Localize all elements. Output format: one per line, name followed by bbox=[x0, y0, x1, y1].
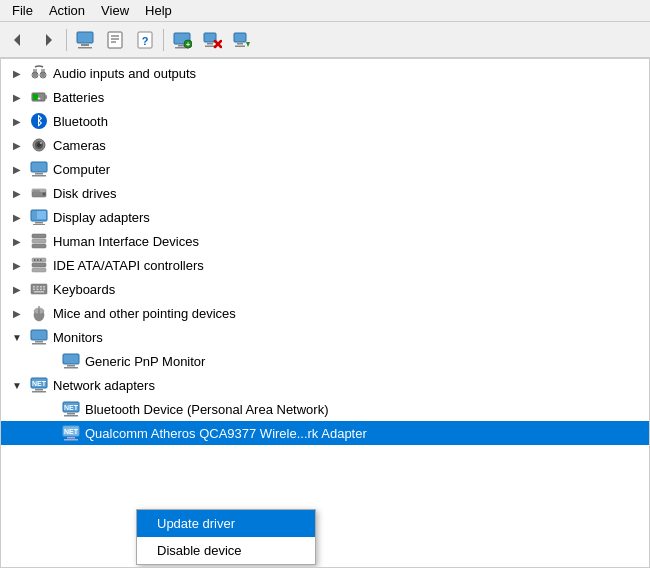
svg-rect-81 bbox=[64, 367, 78, 369]
chevron-hid: ▶ bbox=[9, 233, 25, 249]
tree-label-generic-monitor: Generic PnP Monitor bbox=[85, 354, 205, 369]
chevron-audio: ▶ bbox=[9, 65, 25, 81]
help-button[interactable]: ? bbox=[131, 26, 159, 54]
chevron-cameras: ▶ bbox=[9, 137, 25, 153]
monitor-button[interactable]: + bbox=[168, 26, 196, 54]
context-menu-update-driver[interactable]: Update driver bbox=[137, 510, 315, 537]
tree-item-batteries[interactable]: ▶ + Batteries bbox=[1, 85, 649, 109]
svg-rect-79 bbox=[63, 354, 79, 364]
toolbar-sep-1 bbox=[66, 29, 67, 51]
svg-rect-4 bbox=[78, 47, 92, 49]
tree-label-audio: Audio inputs and outputs bbox=[53, 66, 196, 81]
menu-bar: File Action View Help bbox=[0, 0, 650, 22]
svg-rect-80 bbox=[67, 365, 75, 367]
chevron-mice: ▶ bbox=[9, 305, 25, 321]
update-driver-toolbar-button[interactable] bbox=[228, 26, 256, 54]
mouse-icon bbox=[29, 303, 49, 323]
svg-rect-57 bbox=[32, 263, 46, 267]
remove-button[interactable] bbox=[198, 26, 226, 54]
chevron-bluetooth: ▶ bbox=[9, 113, 25, 129]
tree-item-disk[interactable]: ▶ Disk drives bbox=[1, 181, 649, 205]
device-tree[interactable]: ▶ Audio inputs and outputs ▶ bbox=[1, 59, 649, 567]
tree-item-bluetooth-device[interactable]: ▶ NET Bluetooth Device (Personal Area Ne… bbox=[1, 397, 649, 421]
svg-rect-60 bbox=[37, 259, 39, 261]
keyboard-icon bbox=[29, 279, 49, 299]
svg-rect-65 bbox=[40, 286, 42, 288]
tree-item-monitors[interactable]: ▼ Monitors bbox=[1, 325, 649, 349]
menu-help[interactable]: Help bbox=[137, 1, 180, 20]
tree-item-audio[interactable]: ▶ Audio inputs and outputs bbox=[1, 61, 649, 85]
svg-rect-61 bbox=[40, 259, 42, 261]
tree-item-network[interactable]: ▼ NET Network adapters bbox=[1, 373, 649, 397]
tree-item-bluetooth[interactable]: ▶ ᛒ Bluetooth bbox=[1, 109, 649, 133]
svg-text:NET: NET bbox=[64, 404, 79, 411]
toolbar-sep-2 bbox=[163, 29, 164, 51]
network-icon: NET bbox=[29, 375, 49, 395]
svg-rect-76 bbox=[31, 330, 47, 340]
back-button[interactable] bbox=[4, 26, 32, 54]
svg-rect-54 bbox=[32, 239, 46, 243]
bluetooth-icon: ᛒ bbox=[29, 111, 49, 131]
generic-monitor-icon bbox=[61, 351, 81, 371]
tree-item-mice[interactable]: ▶ Mice and other pointing devices bbox=[1, 301, 649, 325]
bt-device-icon: NET bbox=[61, 399, 81, 419]
svg-text:ᛒ: ᛒ bbox=[36, 114, 43, 128]
svg-rect-78 bbox=[32, 343, 46, 345]
tree-item-keyboards[interactable]: ▶ Keyboards bbox=[1, 277, 649, 301]
svg-rect-43 bbox=[32, 175, 46, 177]
tree-item-computer[interactable]: ▶ Computer bbox=[1, 157, 649, 181]
tree-item-hid[interactable]: ▶ Human Interface Devices bbox=[1, 229, 649, 253]
svg-rect-84 bbox=[32, 391, 46, 393]
main-area: ▶ Audio inputs and outputs ▶ bbox=[0, 58, 650, 568]
chevron-display: ▶ bbox=[9, 209, 25, 225]
svg-rect-17 bbox=[207, 43, 213, 45]
context-menu-disable-device[interactable]: Disable device bbox=[137, 537, 315, 564]
svg-rect-58 bbox=[32, 268, 46, 272]
tree-label-bluetooth: Bluetooth bbox=[53, 114, 108, 129]
tree-item-cameras[interactable]: ▶ Cameras bbox=[1, 133, 649, 157]
chevron-monitors: ▼ bbox=[9, 329, 25, 345]
svg-text:NET: NET bbox=[32, 380, 47, 387]
svg-point-46 bbox=[43, 193, 46, 196]
chevron-computer: ▶ bbox=[9, 161, 25, 177]
svg-rect-53 bbox=[32, 234, 46, 238]
tree-item-generic-monitor[interactable]: ▶ Generic PnP Monitor bbox=[1, 349, 649, 373]
tree-label-ide: IDE ATA/ATAPI controllers bbox=[53, 258, 204, 273]
svg-rect-5 bbox=[108, 32, 122, 48]
tree-item-ide[interactable]: ▶ IDE ATA/ATAPI controllers bbox=[1, 253, 649, 277]
svg-marker-1 bbox=[46, 34, 52, 46]
menu-file[interactable]: File bbox=[4, 1, 41, 20]
svg-text:?: ? bbox=[142, 35, 149, 47]
tree-item-display[interactable]: ▶ Display adapters bbox=[1, 205, 649, 229]
tree-item-qualcomm[interactable]: ▶ NET Qualcomm Atheros QCA9377 Wirele...… bbox=[1, 421, 649, 445]
svg-rect-87 bbox=[67, 413, 75, 415]
monitors-icon bbox=[29, 327, 49, 347]
tree-label-qualcomm: Qualcomm Atheros QCA9377 Wirele...rk Ada… bbox=[85, 426, 367, 441]
tree-label-cameras: Cameras bbox=[53, 138, 106, 153]
context-menu: Update driver Disable device bbox=[136, 509, 316, 565]
computer-mgmt-button[interactable] bbox=[71, 26, 99, 54]
menu-action[interactable]: Action bbox=[41, 1, 93, 20]
svg-rect-59 bbox=[34, 259, 36, 261]
svg-rect-70 bbox=[43, 289, 45, 291]
display-icon bbox=[29, 207, 49, 227]
svg-rect-2 bbox=[77, 32, 93, 43]
forward-button[interactable] bbox=[34, 26, 62, 54]
svg-rect-22 bbox=[237, 43, 243, 45]
properties-button[interactable] bbox=[101, 26, 129, 54]
toolbar: ? + bbox=[0, 22, 650, 58]
qualcomm-icon: NET bbox=[61, 423, 81, 443]
tree-label-computer: Computer bbox=[53, 162, 110, 177]
battery-icon: + bbox=[29, 87, 49, 107]
disk-icon bbox=[29, 183, 49, 203]
chevron-batteries: ▶ bbox=[9, 89, 25, 105]
tree-label-keyboards: Keyboards bbox=[53, 282, 115, 297]
svg-marker-0 bbox=[14, 34, 20, 46]
svg-rect-52 bbox=[32, 211, 37, 219]
svg-rect-23 bbox=[235, 45, 245, 47]
tree-label-hid: Human Interface Devices bbox=[53, 234, 199, 249]
menu-view[interactable]: View bbox=[93, 1, 137, 20]
chevron-disk: ▶ bbox=[9, 185, 25, 201]
svg-text:+: + bbox=[37, 95, 41, 101]
tree-label-mice: Mice and other pointing devices bbox=[53, 306, 236, 321]
